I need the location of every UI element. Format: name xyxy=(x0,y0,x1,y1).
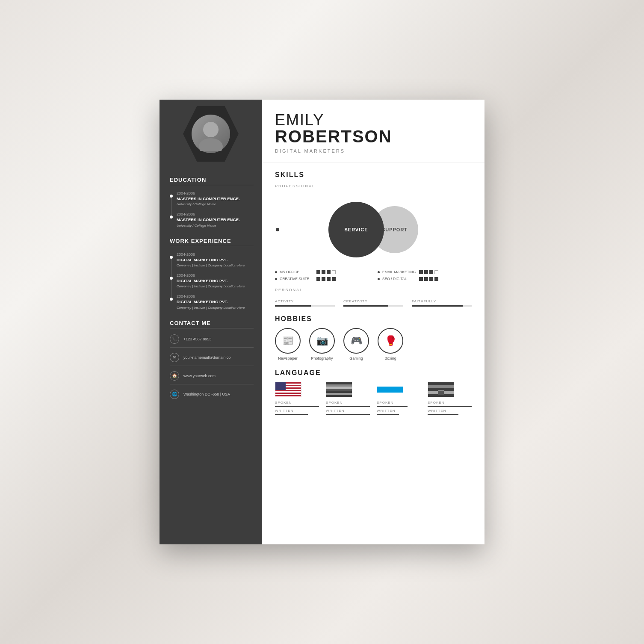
lang-3: SPOKEN WRITTEN xyxy=(377,382,421,416)
language-section: LANGUAGE SPOKEN WRITTEN SPOKEN xyxy=(275,369,472,416)
skill-dot xyxy=(378,271,380,273)
hex-shape xyxy=(183,106,239,162)
sq1 xyxy=(419,277,423,281)
sq2 xyxy=(424,277,428,281)
lang-spoken-bar-3 xyxy=(377,406,408,407)
sq1 xyxy=(419,270,423,274)
edu-degree-1: MASTERS IN COMPUTER ENGE. xyxy=(177,196,254,201)
hobbies-grid: 📰 Newspaper 📷 Photography 🎮 Gaming 🥊 Box… xyxy=(275,328,472,360)
exp-company-3: Compnay | Insitute | Company Location He… xyxy=(177,306,254,310)
education-item-2: 2004-2006 MASTERS IN COMPUTER ENGE. Univ… xyxy=(170,212,254,227)
edu-year-2: 2004-2006 xyxy=(177,212,254,216)
exp-item-2: 2004-2006 DIGITAL MARKETING PVT. Compnay… xyxy=(170,273,254,288)
skill-email-label: EMAIL MARKETING xyxy=(382,270,417,274)
lang-written-bar-3 xyxy=(377,414,399,415)
skill-ms-office: MS OFFICE xyxy=(275,270,369,274)
exp-year-3: 2004-2006 xyxy=(177,294,254,298)
svg-point-1 xyxy=(199,138,223,151)
skill-dot xyxy=(275,271,277,273)
resume-body: SKILLS PROFESSIONAL SERVICE SUPPORT MS O… xyxy=(262,162,484,425)
activity-track xyxy=(275,305,335,307)
personal-section: PERSONAL ACTIVITY CREATIVITY xyxy=(275,288,472,307)
experience-title: WORK EXPERIENCE xyxy=(170,238,254,246)
exp-title-3: DIGITAL MARKETING PVT. xyxy=(177,299,254,304)
creativity-fill xyxy=(343,305,388,307)
faithfully-label: FAITHFULLY xyxy=(412,299,472,303)
skill-bars: MS OFFICE EMAIL MARKETING xyxy=(275,270,472,281)
skill-ms-office-squares xyxy=(316,270,336,274)
sq1 xyxy=(316,270,320,274)
main-content: EMILY ROBERTSON DIGITAL MARKETERS SKILLS… xyxy=(262,100,484,544)
sq4 xyxy=(332,270,336,274)
lang-spoken-4: SPOKEN xyxy=(428,401,472,405)
contact-section: CONTACT ME 📞 +123 4567 8953 ✉ your-namem… xyxy=(170,320,254,402)
exp-title-2: DIGITAL MARKETING PVT. xyxy=(177,278,254,284)
experience-section: WORK EXPERIENCE 2004-2006 DIGITAL MARKET… xyxy=(170,238,254,310)
website-text: www.yourweb.com xyxy=(183,374,216,378)
job-title: DIGITAL MARKETERS xyxy=(275,148,472,154)
lang-2: SPOKEN WRITTEN xyxy=(326,382,370,416)
edu-year-1: 2004-2006 xyxy=(177,191,254,195)
phone-text: +123 4567 8953 xyxy=(183,337,211,341)
lang-written-1: WRITTEN xyxy=(275,409,319,413)
lang-spoken-1: SPOKEN xyxy=(275,401,319,405)
language-grid: SPOKEN WRITTEN SPOKEN WRITTEN xyxy=(275,382,472,416)
venn-diagram: SERVICE SUPPORT xyxy=(275,195,472,264)
personal-label: PERSONAL xyxy=(275,288,472,294)
creativity-label: CREATIVITY xyxy=(343,299,403,303)
sidebar-header xyxy=(160,100,262,168)
exp-item-1: 2004-2006 DIGITAL MARKETING PVT. Compnay… xyxy=(170,252,254,267)
activity-fill xyxy=(275,305,311,307)
faithfully-track xyxy=(412,305,472,307)
sidebar: EDUCATION 2004-2006 MASTERS IN COMPUTER … xyxy=(160,100,262,544)
personal-bars: ACTIVITY CREATIVITY FAITHF xyxy=(275,299,472,307)
skill-ms-office-label: MS OFFICE xyxy=(280,270,314,274)
faithfully-fill xyxy=(412,305,463,307)
hobby-newspaper: 📰 Newspaper xyxy=(275,328,301,360)
exp-company-2: Compnay | Insitute | Company Location He… xyxy=(177,284,254,288)
sq3 xyxy=(429,277,433,281)
professional-label: PROFESSIONAL xyxy=(275,184,472,190)
skill-dot xyxy=(275,278,277,280)
hobby-gaming: 🎮 Gaming xyxy=(343,328,369,360)
flag-3 xyxy=(377,382,403,397)
edu-school-1: University / College Name xyxy=(177,202,254,206)
contact-email: ✉ your-namemail@domain.co xyxy=(170,353,254,366)
sq3 xyxy=(429,270,433,274)
exp-year-1: 2004-2006 xyxy=(177,252,254,257)
hobbies-section: HOBBIES 📰 Newspaper 📷 Photography 🎮 Gami… xyxy=(275,315,472,360)
skill-seo: SEO / DIGITAL xyxy=(378,277,472,281)
skill-dot xyxy=(378,278,380,280)
education-section: EDUCATION 2004-2006 MASTERS IN COMPUTER … xyxy=(170,177,254,227)
edu-school-2: University / College Name xyxy=(177,224,254,227)
lang-4: SPOKEN WRITTEN xyxy=(428,382,472,416)
phone-icon: 📞 xyxy=(170,334,179,344)
flag-4 xyxy=(428,382,454,397)
sq2 xyxy=(322,270,325,274)
lang-written-bar-4 xyxy=(428,414,458,415)
language-title: LANGUAGE xyxy=(275,369,472,377)
exp-company-1: Compnay | Insitute | Company Location He… xyxy=(177,263,254,267)
venn-dot xyxy=(276,228,279,231)
lang-written-bar-2 xyxy=(326,414,370,415)
gaming-icon: 🎮 xyxy=(343,328,369,354)
boxing-label: Boxing xyxy=(384,356,396,360)
activity-bar: ACTIVITY xyxy=(275,299,335,307)
contact-website: 🏠 www.yourweb.com xyxy=(170,371,254,384)
skill-creative-suite: CREATIVE SUITE xyxy=(275,277,369,281)
boxing-icon: 🥊 xyxy=(378,328,403,354)
sq4 xyxy=(434,277,438,281)
flag-1 xyxy=(275,382,301,397)
education-item-1: 2004-2006 MASTERS IN COMPUTER ENGE. Univ… xyxy=(170,191,254,206)
email-icon: ✉ xyxy=(170,353,179,362)
exp-year-2: 2004-2006 xyxy=(177,273,254,278)
newspaper-icon: 📰 xyxy=(275,328,301,354)
sq1 xyxy=(316,277,320,281)
sq4 xyxy=(332,277,336,281)
sq3 xyxy=(327,277,331,281)
newspaper-label: Newspaper xyxy=(278,356,298,360)
contact-phone: 📞 +123 4567 8953 xyxy=(170,334,254,348)
gaming-label: Gaming xyxy=(349,356,363,360)
location-icon: 🌐 xyxy=(170,390,179,399)
lang-written-4: WRITTEN xyxy=(428,409,472,413)
